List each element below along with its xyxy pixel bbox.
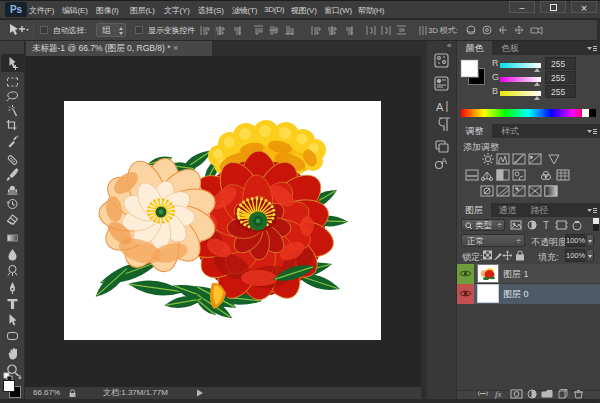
svg-text:T: T [543,220,549,231]
svg-text:fx: fx [495,389,502,399]
svg-text:A: A [441,156,447,166]
svg-text:A: A [436,101,444,113]
